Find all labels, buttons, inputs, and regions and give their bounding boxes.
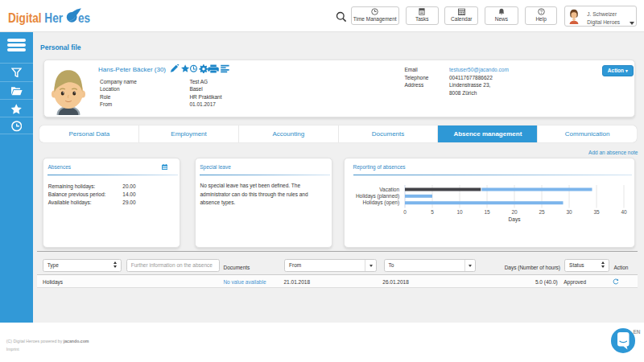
svg-text:20: 20 <box>511 209 518 215</box>
svg-text:Vacation: Vacation <box>379 187 399 192</box>
svg-text:25: 25 <box>539 209 545 215</box>
svg-text:30: 30 <box>566 209 572 215</box>
svg-text:0: 0 <box>403 209 407 215</box>
svg-text:5: 5 <box>431 209 434 215</box>
svg-text:15: 15 <box>484 209 490 215</box>
svg-text:Holidays (open): Holidays (open) <box>362 200 399 207</box>
svg-text:40: 40 <box>621 209 627 215</box>
svg-text:35: 35 <box>593 209 600 215</box>
svg-text:Holidays (planned): Holidays (planned) <box>355 193 398 200</box>
svg-text:10: 10 <box>456 209 463 215</box>
svg-text:Days: Days <box>508 216 521 223</box>
